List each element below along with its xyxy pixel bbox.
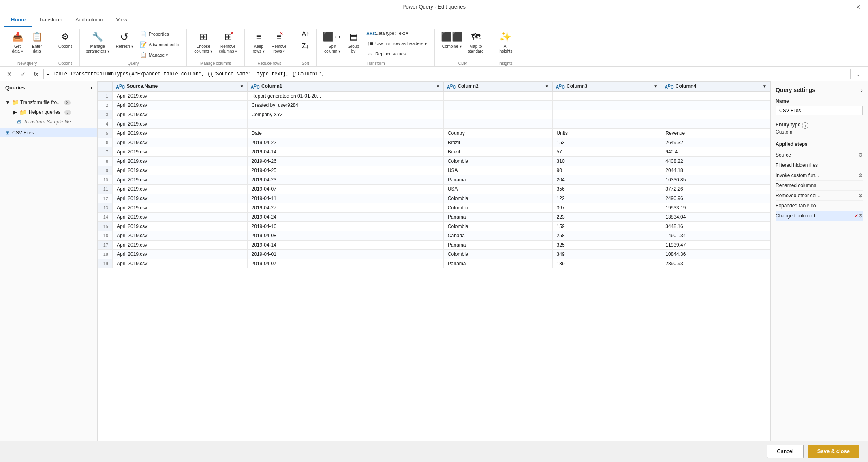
table-row[interactable]: 12 April 2019.csv 2019-04-11 Colombia 12… (98, 194, 770, 203)
table-row[interactable]: 3 April 2019.csv Company XYZ (98, 110, 770, 119)
col-header-source[interactable]: ABC Source.Name ▼ (113, 82, 248, 92)
group-by-button[interactable]: ▤ Groupby (344, 29, 362, 55)
col-filter-source[interactable]: ▼ (240, 84, 244, 89)
step-item-source[interactable]: Source⚙ (776, 150, 863, 160)
formula-input[interactable] (43, 69, 851, 79)
step-gear-icon[interactable]: ⚙ (858, 193, 863, 198)
table-row[interactable]: 15 April 2019.csv 2019-04-16 Colombia 15… (98, 221, 770, 231)
formula-confirm-button[interactable]: ✓ (17, 68, 29, 80)
col-filter-col3[interactable]: ▼ (654, 84, 658, 89)
properties-button[interactable]: 📄 Properties (137, 30, 171, 38)
table-row[interactable]: 1 April 2019.csv Report generated on 01-… (98, 91, 770, 100)
split-column-button[interactable]: ⬛↔ Splitcolumn ▾ (322, 29, 343, 55)
tab-transform[interactable]: Transform (32, 13, 69, 27)
table-row[interactable]: 8 April 2019.csv 2019-04-26 Colombia 310… (98, 156, 770, 166)
close-button[interactable]: × (849, 0, 868, 13)
step-gear-icon[interactable]: ⚙ (858, 172, 863, 178)
advanced-editor-icon: 📝 (140, 41, 147, 48)
choose-columns-button[interactable]: ⊞ Choosecolumns ▾ (192, 29, 215, 55)
first-row-headers-button[interactable]: ↑≡ Use first row as headers ▾ (364, 39, 430, 48)
name-input[interactable] (776, 106, 863, 115)
col-filter-col4[interactable]: ▼ (763, 84, 767, 89)
step-item-invoke-custom[interactable]: Invoke custom fun...⚙ (776, 170, 863, 181)
table-row[interactable]: 18 April 2019.csv 2019-04-01 Colombia 34… (98, 249, 770, 259)
keep-rows-button[interactable]: ≡ Keeprows ▾ (250, 29, 267, 55)
manage-columns-label: Manage columns (200, 61, 231, 66)
table-row[interactable]: 9 April 2019.csv 2019-04-25 USA 90 2044.… (98, 166, 770, 175)
row-num-cell: 11 (98, 184, 113, 194)
step-gear-icon[interactable]: ⚙ (858, 213, 863, 219)
col-header-col2[interactable]: ABC Column2 ▼ (443, 82, 552, 92)
remove-columns-button[interactable]: ⊞✕ Removecolumns ▾ (216, 29, 239, 55)
enter-data-button[interactable]: 📋 Enterdata (28, 29, 46, 55)
ribbon-content: 📥 Getdata ▾ 📋 Enterdata New query ⚙ Opti… (0, 27, 868, 66)
save-close-button[interactable]: Save & close (808, 445, 859, 458)
manage-params-button[interactable]: 🔧 Manageparameters ▾ (83, 29, 111, 55)
sort-desc-button[interactable]: Z↓ (299, 41, 311, 51)
cell-col3: 57 (552, 147, 661, 156)
cell-col2: Colombia (443, 156, 552, 166)
col-filter-col2[interactable]: ▼ (545, 84, 549, 89)
table-row[interactable]: 6 April 2019.csv 2019-04-22 Brazil 153 2… (98, 138, 770, 147)
table-row[interactable]: 4 April 2019.csv (98, 119, 770, 128)
step-item-filtered-hidden[interactable]: Filtered hidden files (776, 160, 863, 170)
advanced-editor-button[interactable]: 📝 Advanced editor (137, 40, 184, 49)
col-filter-col1[interactable]: ▼ (436, 84, 440, 89)
col-header-col1[interactable]: ABC Column1 ▼ (247, 82, 443, 92)
col-header-col3[interactable]: ABC Column3 ▼ (552, 82, 661, 92)
cell-col2: Canada (443, 231, 552, 240)
choose-columns-label: Choosecolumns ▾ (194, 44, 212, 54)
step-item-changed-column-t[interactable]: Changed column t...✕⚙ (776, 211, 863, 221)
table-row[interactable]: 11 April 2019.csv 2019-04-07 USA 356 377… (98, 184, 770, 194)
refresh-button[interactable]: ↺ Refresh ▾ (113, 29, 136, 52)
cell-col3: 258 (552, 231, 661, 240)
queries-collapse-button[interactable]: ‹ (91, 85, 92, 91)
step-gear-icon[interactable]: ⚙ (858, 152, 863, 158)
cell-col2 (443, 119, 552, 128)
manage-button[interactable]: 📋 Manage ▾ (137, 51, 171, 60)
entity-type-info-icon[interactable]: i (802, 122, 808, 129)
formula-expand-button[interactable]: ⌄ (853, 68, 864, 80)
data-type-button[interactable]: ABC Data type: Text ▾ (364, 30, 411, 37)
step-item-renamed-columns[interactable]: Renamed columns (776, 181, 863, 191)
query-settings-expand[interactable]: › (861, 86, 863, 94)
table-row[interactable]: 2 April 2019.csv Created by: user9284 (98, 100, 770, 110)
cell-col2: Country (443, 128, 552, 138)
tab-home[interactable]: Home (4, 13, 32, 27)
table-row[interactable]: 17 April 2019.csv 2019-04-14 Panama 325 … (98, 240, 770, 249)
step-item-removed-other-col[interactable]: Removed other col...⚙ (776, 191, 863, 201)
query-group-transform-file-header[interactable]: ▼ 📁 Transform file fro... 2 (0, 98, 97, 107)
get-data-button[interactable]: 📥 Getdata ▾ (9, 29, 26, 55)
table-row[interactable]: 14 April 2019.csv 2019-04-24 Panama 223 … (98, 212, 770, 221)
combine-button[interactable]: ⬛⬛ Combine ▾ (440, 29, 464, 52)
entity-type-value: Custom (776, 129, 863, 135)
query-item-transform-sample[interactable]: ⊞ Transform Sample file (0, 117, 97, 126)
refresh-label: Refresh ▾ (116, 44, 133, 49)
cancel-button[interactable]: Cancel (767, 445, 803, 458)
table-row[interactable]: 19 April 2019.csv 2019-04-07 Panama 139 … (98, 259, 770, 268)
cell-col1 (247, 119, 443, 128)
step-delete-icon[interactable]: ✕ (854, 213, 858, 219)
data-grid[interactable]: ABC Source.Name ▼ ABC Column1 ▼ (98, 81, 770, 441)
tab-add-column[interactable]: Add column (69, 13, 110, 27)
table-row[interactable]: 5 April 2019.csv Date Country Units Reve… (98, 128, 770, 138)
table-row[interactable]: 13 April 2019.csv 2019-04-27 Colombia 36… (98, 203, 770, 212)
col-header-col4[interactable]: ABC Column4 ▼ (661, 82, 770, 92)
step-item-expanded-table-co[interactable]: Expanded table co... (776, 201, 863, 211)
table-row[interactable]: 7 April 2019.csv 2019-04-14 Brazil 57 94… (98, 147, 770, 156)
sort-group-label: Sort (302, 61, 309, 66)
map-to-standard-button[interactable]: 🗺 Map tostandard (466, 29, 486, 55)
name-section: Name (776, 98, 863, 115)
table-row[interactable]: 10 April 2019.csv 2019-04-23 Panama 204 … (98, 175, 770, 184)
ai-insights-button[interactable]: ✨ AIinsights (496, 29, 515, 55)
table-row[interactable]: 16 April 2019.csv 2019-04-08 Canada 258 … (98, 231, 770, 240)
sort-asc-button[interactable]: A↑ (299, 29, 312, 39)
formula-cancel-button[interactable]: ✕ (4, 68, 15, 80)
query-item-csv-files[interactable]: ⊞ CSV Files (0, 128, 97, 137)
ribbon-group-parameters: 🔧 Manageparameters ▾ ↺ Refresh ▾ 📄 Prope… (80, 29, 187, 66)
query-item-helper[interactable]: ▶ 📁 Helper queries 3 (0, 107, 97, 117)
options-button[interactable]: ⚙ Options (56, 29, 75, 52)
remove-rows-button[interactable]: ≡✕ Removerows ▾ (269, 29, 289, 55)
replace-values-button[interactable]: ↔ Replace values (364, 49, 408, 58)
tab-view[interactable]: View (110, 13, 134, 27)
